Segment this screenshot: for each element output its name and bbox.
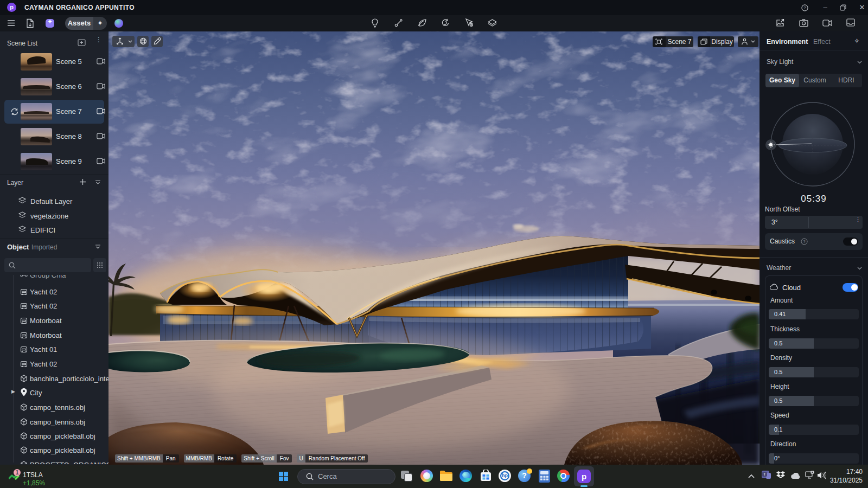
- svg-text:?: ?: [803, 239, 806, 244]
